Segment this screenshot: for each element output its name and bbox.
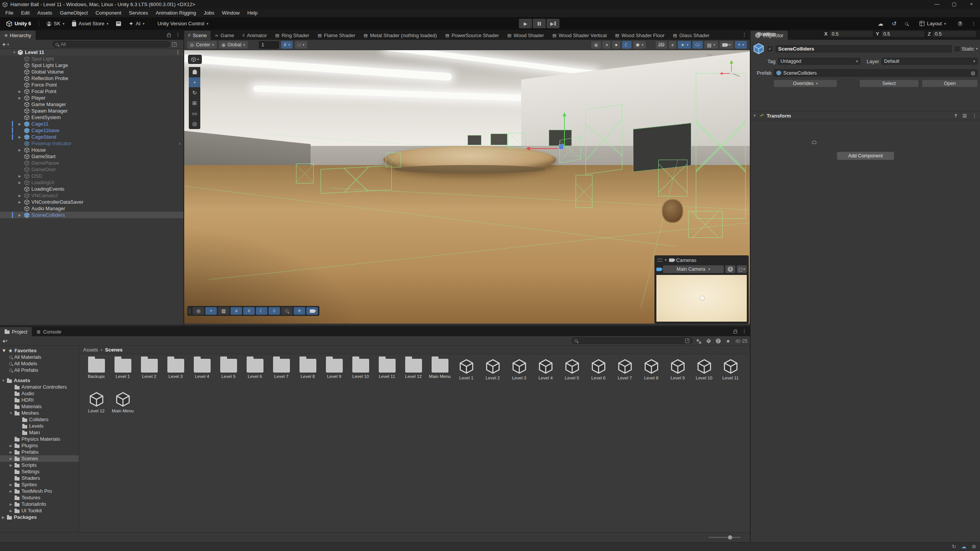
2d-toggle-button[interactable]: 2D (656, 41, 667, 49)
asset-item[interactable]: Level 10 (691, 357, 717, 390)
package-manager-button[interactable] (113, 20, 124, 28)
expand-triangle-icon[interactable]: ▼ (2, 379, 5, 383)
expand-triangle-icon[interactable]: ▶ (2, 515, 5, 519)
center-view-button[interactable]: ✛ (294, 307, 305, 315)
chevron-down-icon[interactable]: ▾ (976, 47, 978, 51)
expand-triangle-icon[interactable]: ▶ (18, 90, 22, 93)
hierarchy-item[interactable]: Spawn Manager (0, 108, 183, 114)
prefab-object-field[interactable]: SceneColliders ◎ (774, 69, 978, 77)
asset-item[interactable]: Level 3 (506, 357, 532, 390)
lighting-toggle-button[interactable]: ☾ (622, 41, 632, 49)
asset-item[interactable]: Level 2 (479, 357, 506, 390)
project-tree-item[interactable]: ▶ Scripts (0, 462, 79, 468)
x-value-field[interactable]: 0.5 (829, 31, 873, 37)
asset-item[interactable]: Level 1 (110, 357, 136, 390)
tab-hierarchy[interactable]: ≡ Hierarchy (0, 31, 36, 40)
camera-info-button[interactable]: i (725, 265, 735, 273)
asset-item[interactable]: Level 7 (268, 357, 294, 390)
rotate-tool-button[interactable]: ↻ (189, 88, 200, 98)
asset-item[interactable]: Level 4 (189, 357, 215, 390)
gizmo-center[interactable] (730, 72, 733, 75)
project-tree-item[interactable]: Colliders (0, 416, 79, 423)
scene-visibility-button[interactable] (692, 41, 703, 49)
hierarchy-item[interactable]: ▶ LoadingUI (0, 179, 183, 186)
menu-item[interactable]: Help (244, 9, 262, 17)
asset-item[interactable]: Level 9 (321, 357, 347, 390)
expand-triangle-icon[interactable]: ▼ (9, 411, 13, 415)
lock-icon[interactable] (733, 331, 737, 334)
breadcrumb-root[interactable]: Assets (83, 347, 98, 353)
hidden-count-badge[interactable]: 25 (736, 338, 748, 344)
asset-item[interactable]: Level 10 (347, 357, 374, 390)
expand-triangle-icon[interactable]: ▼ (753, 114, 756, 118)
shading-shaded-button[interactable]: ● (612, 41, 620, 49)
menu-item[interactable]: Edit (17, 9, 33, 17)
favorite-item[interactable]: All Models (0, 360, 79, 367)
add-component-button[interactable]: Add Component (837, 152, 894, 160)
transform-component-header[interactable]: ▼ Transform ? ⋮ (751, 111, 980, 120)
tag-dropdown[interactable]: Untagged ▾ (778, 58, 861, 65)
asset-item[interactable]: Level 2 (136, 357, 162, 390)
hierarchy-item[interactable]: ▶ SceneColliders (0, 212, 183, 218)
scene-view-tab[interactable]: Wood Shader Vertical (548, 31, 610, 40)
skew-tool-button[interactable]: ▨ (218, 307, 229, 315)
audio-toggle-button[interactable]: ♪ (669, 41, 676, 49)
drag-handle-icon[interactable] (189, 308, 190, 314)
close-button[interactable]: × (963, 0, 980, 9)
asset-item[interactable]: Level 12 (83, 390, 110, 423)
isolate-view-icon[interactable]: ↗ (172, 42, 177, 47)
undo-history-icon[interactable]: ↺ (892, 20, 897, 27)
menu-item[interactable]: GameObject (56, 9, 92, 17)
select-button[interactable]: Select (859, 80, 919, 87)
scale-tool-button[interactable]: ⊞ (189, 98, 200, 108)
view-tool-button[interactable] (189, 67, 200, 77)
asset-item[interactable]: Level 12 (400, 357, 427, 390)
status-settings-icon[interactable]: ⚙ (972, 544, 976, 549)
kebab-menu-icon[interactable]: ⋮ (972, 113, 977, 119)
ai-button[interactable]: ✦ AI ▾ (126, 19, 147, 29)
help-icon[interactable]: ? (957, 21, 963, 26)
project-tree-item[interactable]: Settings (0, 468, 79, 475)
static-checkbox[interactable] (955, 46, 960, 51)
lock-icon[interactable] (167, 34, 171, 37)
scene-root-row[interactable]: ▼ Level 11 ⋮ (0, 49, 183, 56)
camera-fullscreen-button[interactable]: ▢▾ (737, 265, 747, 273)
scale-link-icon[interactable] (812, 141, 816, 144)
active-checkbox[interactable]: ✓ (767, 46, 772, 51)
slider-handle[interactable] (728, 535, 732, 540)
expand-triangle-icon[interactable]: ▶ (9, 463, 13, 467)
pivot-mode-button[interactable]: ⊙ Center ▾ (187, 41, 217, 49)
project-tree-item[interactable]: Main (0, 429, 79, 436)
expand-triangle-icon[interactable]: ▶ (9, 457, 13, 461)
move-gizmo-y-arrow[interactable] (564, 116, 565, 147)
hierarchy-item[interactable]: Cage11base (0, 127, 183, 134)
scene-view-tab[interactable]: Game (211, 31, 238, 40)
asset-item[interactable]: Level 6 (585, 357, 612, 390)
add-asset-button[interactable]: + (2, 338, 6, 344)
hierarchy-item[interactable]: ▶ Player (0, 95, 183, 101)
status-cloud-icon[interactable]: ☁ (961, 544, 966, 549)
hierarchy-item[interactable]: ▶ House (0, 147, 183, 153)
chevron-down-icon[interactable]: ▾ (7, 43, 9, 46)
search-icon[interactable] (905, 22, 908, 25)
asset-store-button[interactable]: Asset Store ▾ (69, 19, 111, 28)
scene-view-tab[interactable]: Scene (184, 31, 211, 40)
hierarchy-item[interactable]: ▶ Focal Point (0, 88, 183, 95)
hierarchy-item[interactable]: Spot Light (0, 56, 183, 62)
filter-by-type-icon[interactable] (697, 339, 702, 343)
version-control-button[interactable]: Unity Version Control ▾ (154, 19, 211, 28)
drag-handle-icon[interactable] (657, 259, 663, 262)
cameras-overlay-button[interactable] (306, 307, 318, 315)
expand-triangle-icon[interactable]: ▶ (18, 213, 22, 217)
hierarchy-item[interactable]: Audio Manager (0, 205, 183, 212)
grid-visibility-button[interactable]: # (243, 307, 255, 315)
y-value-field[interactable]: 0.5 (881, 31, 925, 37)
scene-view-tab[interactable]: PowerSource Shader (442, 31, 503, 40)
hierarchy-item[interactable]: Force Point (0, 82, 183, 88)
gizmo-y-axis[interactable] (731, 63, 732, 72)
expand-triangle-icon[interactable]: ▶ (18, 135, 22, 139)
shading-shaded-wire-button[interactable]: ◑ (602, 41, 611, 49)
project-tree-item[interactable]: ▶ Plugins (0, 442, 79, 449)
project-tree-item[interactable]: Textures (0, 494, 79, 501)
grid-size-field[interactable] (259, 41, 279, 49)
